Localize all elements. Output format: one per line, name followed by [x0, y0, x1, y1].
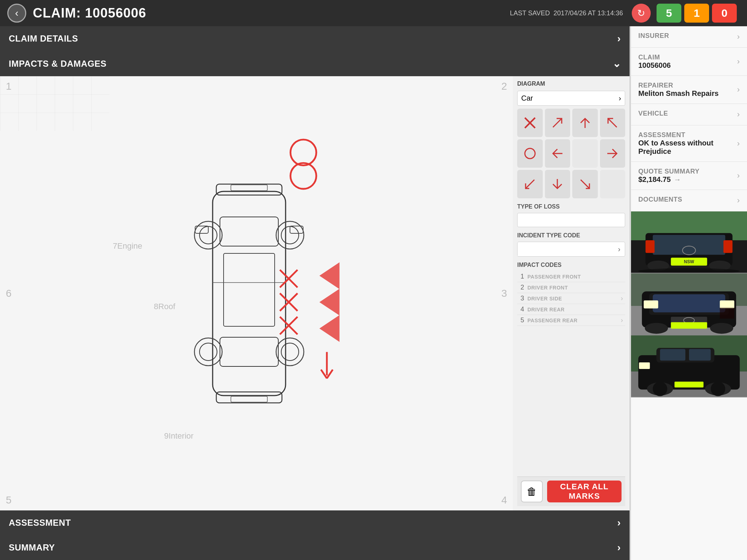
svg-rect-50	[723, 240, 732, 253]
claim-sidebar-title: CLAIM	[638, 54, 734, 61]
summary-header[interactable]: SUMMARY ›	[0, 535, 630, 560]
arrow-w-icon[interactable]	[545, 139, 570, 168]
sidebar-vehicle[interactable]: VEHICLE ›	[631, 104, 747, 125]
impact-arrow-5[interactable]: ›	[619, 316, 625, 324]
claim-details-label: CLAIM DETAILS	[9, 34, 78, 44]
arrow-se-icon[interactable]	[572, 170, 598, 198]
diagram-label: DIAGRAM	[517, 81, 625, 87]
sidebar-assessment[interactable]: ASSESSMENT OK to Assess without Prejudic…	[631, 125, 747, 162]
sidebar-claim[interactable]: CLAIM 10056006 ›	[631, 48, 747, 76]
assessment-header[interactable]: ASSESSMENT ›	[0, 510, 630, 535]
repairer-arrow: ›	[737, 85, 740, 94]
svg-line-44	[581, 180, 589, 188]
diagram-area[interactable]: 1 2 3 6 5 4 7Engine 8Roof 9Interior	[0, 76, 513, 510]
assessment-chevron: ›	[617, 517, 621, 529]
type-of-loss-label: TYPE OF LOSS	[517, 203, 625, 210]
svg-point-69	[710, 323, 734, 334]
impact-codes-label: IMPACT CODES	[517, 262, 625, 268]
repairer-title: REPAIRER	[638, 82, 734, 89]
assessment-arrow: ›	[737, 139, 740, 148]
incident-type-row: ›	[517, 242, 625, 257]
impact-label-2: DRIVER FRONT	[527, 285, 621, 291]
incident-type-arrow[interactable]: ›	[614, 242, 625, 256]
svg-line-36	[553, 118, 562, 127]
svg-point-7	[194, 221, 222, 249]
sidebar-quote[interactable]: QUOTE SUMMARY $2,184.75 → ›	[631, 162, 747, 190]
sidebar-insurer[interactable]: INSURER ›	[631, 26, 747, 48]
corner-6: 6	[6, 288, 12, 299]
sidebar-documents[interactable]: DOCUMENTS ›	[631, 190, 747, 211]
circle-mark-icon[interactable]	[517, 139, 543, 168]
repairer-value: Meliton Smash Repairs	[638, 89, 734, 98]
arrow-n-icon[interactable]	[572, 109, 598, 137]
assessment-label: ASSESSMENT	[9, 518, 71, 528]
assessment-sidebar-title: ASSESSMENT	[638, 131, 734, 139]
impact-arrow-3[interactable]: ›	[619, 295, 625, 302]
impact-code-row-5: 5 PASSENGER REAR ›	[517, 315, 625, 326]
label-engine: 7Engine	[113, 241, 142, 251]
type-of-loss-input[interactable]	[517, 213, 625, 227]
corner-4: 4	[501, 494, 507, 506]
svg-point-12	[200, 343, 217, 361]
arrow-ne-icon[interactable]	[545, 109, 570, 137]
quote-title: QUOTE SUMMARY	[638, 168, 734, 175]
vehicle-arrow: ›	[737, 110, 740, 119]
svg-rect-3	[220, 337, 278, 366]
impacts-damages-chevron: ⌄	[612, 58, 621, 70]
svg-point-81	[711, 382, 725, 396]
svg-point-39	[525, 148, 535, 159]
refresh-button[interactable]: ↻	[632, 4, 651, 23]
summary-chevron: ›	[617, 542, 621, 553]
impact-label-4: DRIVER REAR	[527, 307, 621, 312]
svg-rect-76	[660, 349, 686, 361]
svg-point-11	[194, 338, 222, 366]
diagram-value: Car	[521, 94, 533, 102]
impact-num-4: 4	[517, 306, 527, 313]
incident-type-input[interactable]	[518, 242, 614, 256]
x-mark-icon[interactable]	[517, 109, 543, 137]
arrow-s-icon[interactable]	[545, 170, 570, 198]
impacts-damages-header[interactable]: IMPACTS & DAMAGES ⌄	[0, 51, 630, 76]
grid-background	[0, 76, 109, 131]
photo-3[interactable]	[631, 335, 747, 397]
impact-label-1: PASSENGER FRONT	[527, 274, 621, 280]
insurer-title: INSURER	[638, 32, 734, 40]
svg-point-68	[645, 323, 668, 334]
svg-rect-2	[220, 217, 278, 246]
documents-title: DOCUMENTS	[638, 196, 734, 203]
photo-2[interactable]	[631, 273, 747, 335]
badge-red[interactable]: 0	[712, 4, 737, 23]
svg-point-13	[276, 338, 304, 366]
arrow-sw-icon[interactable]	[517, 170, 543, 198]
badge-orange[interactable]: 1	[684, 4, 709, 23]
svg-rect-4	[224, 253, 275, 326]
arrow-nw-icon[interactable]	[600, 109, 626, 137]
arrow-e-icon[interactable]	[600, 139, 626, 168]
impact-code-row-3: 3 DRIVER SIDE ›	[517, 293, 625, 304]
diagram-arrow: ›	[619, 94, 621, 102]
quote-value: $2,184.75	[638, 175, 671, 184]
summary-label: SUMMARY	[9, 542, 55, 553]
diagram-select[interactable]: Car ›	[517, 91, 625, 106]
clear-all-button[interactable]: CLEAR ALL MARKS	[547, 481, 622, 502]
main-layout: CLAIM DETAILS › IMPACTS & DAMAGES ⌄	[0, 26, 747, 560]
claim-sidebar-value: 10056006	[638, 61, 734, 70]
svg-marker-28	[321, 264, 338, 287]
badge-green[interactable]: 5	[657, 4, 681, 23]
svg-point-14	[281, 343, 299, 361]
svg-rect-0	[0, 76, 109, 131]
quote-arrow: ›	[737, 171, 740, 180]
impact-label-3: DRIVER SIDE	[527, 296, 619, 302]
header: ‹ CLAIM: 10056006 LAST SAVED 2017/04/26 …	[0, 0, 747, 26]
trash-icon: 🗑	[527, 486, 537, 498]
trash-button[interactable]: 🗑	[521, 481, 543, 502]
label-interior: 9Interior	[164, 431, 194, 441]
sidebar-repairer[interactable]: REPAIRER Meliton Smash Repairs ›	[631, 76, 747, 104]
back-button[interactable]: ‹	[7, 4, 26, 23]
svg-rect-5	[216, 184, 282, 195]
svg-line-42	[526, 180, 534, 188]
photo-1[interactable]: NSW	[631, 211, 747, 273]
claim-details-header[interactable]: CLAIM DETAILS ›	[0, 26, 630, 51]
last-saved-label: LAST SAVED 2017/04/26 AT 13:14:36	[510, 9, 623, 17]
impact-codes-section: 1 PASSENGER FRONT 2 DRIVER FRONT 3 DRIVE…	[517, 271, 625, 474]
